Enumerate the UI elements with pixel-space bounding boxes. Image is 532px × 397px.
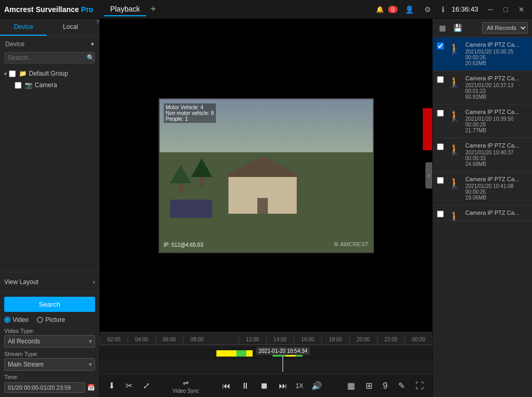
record-name: Camera IP PTZ Ca...: [465, 210, 528, 216]
record-info: Camera IP PTZ Ca... 2021/01/20 10:39:50 …: [465, 109, 528, 133]
record-checkbox[interactable]: [437, 43, 444, 49]
layout-1-button[interactable]: ▦: [345, 380, 357, 392]
volume-button[interactable]: 🔊: [309, 380, 324, 392]
settings-icon[interactable]: ⚙: [421, 4, 434, 15]
record-date: 2021/01/20 10:41:08: [465, 183, 528, 189]
playback-tab[interactable]: Playback: [104, 3, 147, 16]
record-checkbox[interactable]: [437, 211, 444, 217]
current-time-label: 2021-01-20 10:54:34: [256, 347, 310, 355]
panel-grid-icon[interactable]: ▦: [437, 23, 448, 33]
group-checkbox[interactable]: [9, 70, 16, 77]
record-checkbox[interactable]: [437, 143, 444, 150]
video-type-select[interactable]: All Records: [4, 335, 95, 348]
picture-radio[interactable]: Picture: [37, 316, 65, 323]
info-icon[interactable]: ℹ: [439, 4, 447, 15]
alert-icon: 🔔: [376, 6, 384, 13]
camera-checkbox[interactable]: [15, 82, 22, 89]
record-info: Camera IP PTZ Ca... 2021/01/20 10:41:08 …: [465, 176, 528, 201]
record-info: Camera IP PTZ Ca... 2021/01/20 10:40:37 …: [465, 142, 528, 167]
group-arrow-icon: ▾: [4, 71, 7, 77]
calendar-icon[interactable]: 📅: [87, 384, 95, 391]
tick-1800: 18:00: [321, 337, 349, 343]
record-checkbox[interactable]: [437, 76, 444, 83]
tick-0600: 06:00: [155, 337, 183, 343]
stop-button[interactable]: ⏹: [258, 380, 270, 392]
default-group-item[interactable]: ▾ 📁 Default Group: [0, 68, 99, 79]
video-radio[interactable]: Video: [4, 316, 28, 323]
time-range-display: 01/20 00:00-01/20 23:59: [4, 382, 85, 393]
minimize-button[interactable]: ─: [485, 4, 496, 15]
view-layout-button[interactable]: View Layout ›: [4, 276, 95, 288]
search-icon[interactable]: 🔍: [87, 54, 95, 61]
tree-1: [170, 165, 191, 194]
help-icon[interactable]: ?: [96, 19, 99, 36]
search-box: 🔍: [4, 52, 95, 64]
record-walk-icon: 🚶: [448, 110, 461, 122]
record-name: Camera IP PTZ Ca...: [465, 75, 528, 81]
layout-9-button[interactable]: 9: [381, 380, 390, 392]
car-scene: [170, 200, 212, 218]
record-info: Camera IP PTZ Ca...: [465, 210, 528, 217]
tab-local[interactable]: Local: [47, 19, 93, 36]
search-input[interactable]: [8, 54, 87, 61]
record-walk-icon: 🚶: [448, 76, 461, 89]
picture-radio-label: Picture: [45, 316, 65, 323]
record-name: Camera IP PTZ Ca...: [465, 109, 528, 115]
timeline-area[interactable]: 02:00 04:00 06:00 08:00 12:00 14:00 16:0…: [100, 332, 432, 374]
record-item[interactable]: 🚶 Camera IP PTZ Ca... 2021/01/20 10:36:2…: [433, 37, 532, 71]
search-button[interactable]: Search: [4, 297, 95, 312]
layout-4-button[interactable]: ⊞: [363, 380, 374, 392]
pause-button[interactable]: ⏸: [239, 380, 252, 392]
app-title: Amcrest Surveillance Pro: [4, 5, 93, 14]
expand-button[interactable]: ⛶: [413, 380, 426, 392]
local-tab-label: Local: [63, 23, 78, 30]
house-door: [257, 198, 268, 214]
close-button[interactable]: ✕: [515, 4, 528, 15]
record-checkbox[interactable]: [437, 110, 444, 117]
play-button[interactable]: ⏭: [277, 380, 289, 392]
sync-settings-icon[interactable]: ⇌: [181, 378, 191, 388]
all-records-select[interactable]: All Records: [482, 22, 528, 34]
record-item[interactable]: 🚶 Camera IP PTZ Ca... 2021/01/20 10:37:1…: [433, 71, 532, 105]
download-button[interactable]: ⬇: [106, 380, 117, 392]
camera-item[interactable]: 📷 Camera: [0, 79, 99, 91]
record-name: Camera IP PTZ Ca...: [465, 142, 528, 149]
playback-rate-label: 1X: [296, 382, 304, 390]
panel-toggle-button[interactable]: ›: [425, 162, 432, 189]
video-frame: Motor Vehicle: 4 Non motor vehicle: 8 Pe…: [159, 98, 374, 253]
record-checkbox[interactable]: [437, 177, 444, 184]
view-layout-section: View Layout ›: [0, 271, 99, 292]
add-tab-button[interactable]: +: [150, 4, 156, 15]
segment-yellow-1: [216, 350, 236, 357]
record-size: 24.68MB: [465, 161, 528, 167]
video-type-wrapper: All Records: [4, 335, 95, 348]
rewind-button[interactable]: ⏮: [220, 380, 233, 392]
record-size: 60.91MB: [465, 94, 528, 100]
tree-top-icon: [170, 165, 191, 183]
record-item[interactable]: 🚶 Camera IP PTZ Ca... 2021/01/20 10:41:0…: [433, 172, 532, 205]
tick-0200: 02:00: [100, 337, 128, 343]
tree-trunk-icon: [200, 177, 204, 187]
record-item[interactable]: 🚶 Camera IP PTZ Ca...: [433, 205, 532, 221]
panel-save-icon[interactable]: 💾: [451, 23, 464, 33]
tab-device[interactable]: Device: [0, 19, 47, 36]
record-item[interactable]: 🚶 Camera IP PTZ Ca... 2021/01/20 10:40:3…: [433, 138, 532, 172]
segment-yellow-2: [246, 350, 253, 357]
maximize-button[interactable]: □: [500, 4, 511, 15]
cut-button[interactable]: ✂: [123, 380, 134, 392]
time-label: Time:: [4, 374, 95, 380]
video-type-label: Video Type:: [4, 328, 95, 334]
edit-layout-button[interactable]: ✎: [396, 380, 407, 392]
video-sync-label: Video Sync: [173, 388, 199, 394]
fullscreen-button[interactable]: ⤢: [141, 380, 152, 392]
camera-label: Camera: [35, 81, 57, 89]
time-display: 16:36:43: [452, 5, 478, 13]
tree-trunk-icon: [179, 183, 183, 194]
user-icon[interactable]: 👤: [402, 4, 417, 15]
video-sync-area: ⇌ Video Sync: [173, 378, 199, 394]
timeline-bar[interactable]: 2021-01-20 10:54:34: [100, 347, 432, 360]
record-item[interactable]: 🚶 Camera IP PTZ Ca... 2021/01/20 10:39:5…: [433, 105, 532, 138]
stream-type-wrapper: Main Stream: [4, 358, 95, 371]
stream-type-select[interactable]: Main Stream: [4, 358, 95, 371]
main-layout: Device Local ? Device ▾ 🔍 ▾ 📁 Default Gr…: [0, 19, 532, 397]
